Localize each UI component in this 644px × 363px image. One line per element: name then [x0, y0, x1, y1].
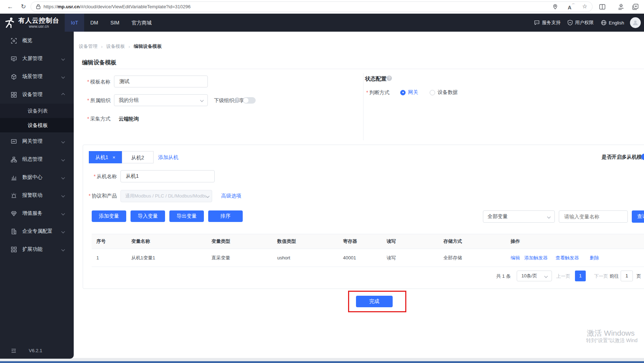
sidebar-item-configuration[interactable]: 组态管理 — [0, 150, 74, 168]
org-chart-icon — [11, 156, 17, 163]
help-icon[interactable]: ? — [387, 76, 392, 81]
read-aloud-icon[interactable]: A⌒ — [568, 3, 576, 10]
variable-filter-select[interactable]: 全部变量 — [483, 210, 555, 223]
sidebar-item-alarm[interactable]: 报警联动 — [0, 186, 74, 204]
sidebar-item-label: 概览 — [22, 37, 32, 44]
sidebar-item-device[interactable]: 设备管理 — [0, 86, 74, 104]
advanced-options-link[interactable]: 高级选项 — [221, 193, 241, 199]
browser-back-button[interactable]: ← — [7, 3, 13, 11]
favorite-star-icon[interactable]: ☆ — [582, 3, 587, 10]
export-variable-button[interactable]: 导出变量 — [169, 210, 204, 222]
sidebar-item-datacenter[interactable]: 数据中心 — [0, 168, 74, 186]
lock-icon — [36, 4, 41, 9]
sidebar-item-bigscreen[interactable]: 大屏管理 — [0, 50, 74, 68]
browser-refresh-button[interactable]: ↻ — [21, 3, 26, 11]
title-divider — [82, 69, 644, 69]
chevron-down-icon — [61, 194, 65, 198]
sidebar-item-device-list[interactable]: 设备列表 — [0, 104, 74, 118]
breadcrumb-device-management[interactable]: 设备管理 — [79, 43, 97, 50]
sidebar-item-label: 网关管理 — [22, 138, 42, 145]
tab-slave1[interactable]: 从机1 × — [89, 151, 122, 163]
nav-tab-mall[interactable]: 官方商城 — [125, 14, 158, 32]
app-header: 有人云控制台 www.usr.cn IoT DM SIM 官方商城 服务支持 用… — [0, 14, 644, 32]
sort-button[interactable]: 排序 — [208, 210, 243, 222]
collections-icon[interactable] — [632, 4, 639, 10]
close-icon[interactable]: × — [113, 155, 115, 160]
sidebar-item-scene[interactable]: 场景管理 — [0, 68, 74, 86]
add-variable-button[interactable]: 添加变量 — [92, 210, 126, 222]
breadcrumb: 设备管理 › 设备模板 › 编辑设备模板 — [79, 43, 162, 50]
user-permission[interactable]: 用户权限 — [567, 14, 594, 32]
table-row: 1 从机1变量1 直采变量 ushort 40001 读写 全部存储 编辑 添加… — [92, 249, 644, 267]
add-trigger-link[interactable]: 添加触发器 — [524, 249, 548, 267]
view-trigger-link[interactable]: 查看触发器 — [556, 249, 579, 267]
delete-link[interactable]: 删除 — [590, 249, 599, 267]
radio-gateway[interactable]: 网关 — [400, 89, 418, 96]
collapse-sidebar-icon[interactable] — [11, 348, 17, 354]
sub-org-share-toggle[interactable] — [243, 97, 256, 104]
favorites-bar-icon[interactable] — [618, 4, 624, 10]
language-switch[interactable]: English — [601, 14, 624, 32]
goto-page-input[interactable] — [621, 271, 633, 281]
organization-text: 所属组织 — [90, 97, 110, 103]
protocol-value: 通用Modbus / PLC / DL/Modbus/Modbus R1 — [125, 193, 207, 199]
sidebar-item-extensions[interactable]: 扩展功能 — [0, 240, 74, 258]
split-screen-icon[interactable] — [599, 4, 606, 10]
url-text: https://mp.usr.cn/#/cloud/device/ViewEdi… — [44, 4, 191, 9]
search-button[interactable]: 查询 — [632, 210, 644, 223]
taskbar-edge — [0, 361, 644, 363]
chevron-down-icon — [547, 215, 551, 218]
prev-page-button[interactable]: 上一页 — [556, 273, 570, 280]
sidebar-item-device-template[interactable]: 设备模板 — [0, 118, 74, 132]
location-pin-icon[interactable] — [552, 4, 558, 10]
page-number-1[interactable]: 1 — [575, 271, 586, 281]
page-size-value: 10条/页 — [521, 273, 537, 279]
multi-slave-mode-label: 是否开启多从机模式 — [602, 154, 644, 160]
nav-tab-iot[interactable]: IoT — [65, 14, 84, 32]
template-name-input[interactable] — [114, 76, 208, 87]
gem-icon — [11, 210, 17, 217]
add-slave-link[interactable]: 添加从机 — [158, 154, 178, 161]
app-logo[interactable]: 有人云控制台 www.usr.cn — [4, 14, 59, 32]
sidebar-item-gateway[interactable]: 网关管理 — [0, 132, 74, 150]
breadcrumb-separator: › — [101, 44, 102, 49]
globe-icon — [601, 20, 607, 26]
help-icon[interactable]: ? — [234, 97, 240, 103]
judge-mode-text: 判断方式 — [369, 90, 389, 95]
cell-register: 40001 — [343, 249, 356, 267]
done-button[interactable]: 完成 — [356, 296, 393, 307]
import-variable-button[interactable]: 导入变量 — [131, 210, 165, 222]
tab-slave2[interactable]: 从机2 — [122, 151, 154, 163]
breadcrumb-current: 编辑设备模板 — [134, 43, 162, 50]
cell-data-type: ushort — [277, 249, 290, 267]
url-host: mp.usr.cn — [58, 4, 79, 9]
nav-tab-dm[interactable]: DM — [84, 14, 104, 32]
radio-device-data[interactable]: 设备数据 — [430, 89, 458, 96]
next-page-button[interactable]: 下一页 — [594, 273, 608, 280]
page-size-select[interactable]: 10条/页 — [517, 271, 552, 281]
cell-name: 从机1变量1 — [131, 249, 155, 267]
radio-gateway-label: 网关 — [408, 89, 418, 96]
windows-activation-watermark: 激活 Windows — [587, 328, 635, 338]
slave-name-input[interactable] — [120, 170, 215, 182]
collect-mode-value: 云端轮询 — [119, 116, 139, 122]
col-register: 寄存器 — [343, 234, 357, 249]
breadcrumb-device-template[interactable]: 设备模板 — [106, 43, 125, 50]
edit-link[interactable]: 编辑 — [511, 249, 520, 267]
variable-table-header: 序号 变量名称 变量类型 数值类型 寄存器 读写 存储方式 操作 — [92, 234, 644, 249]
chevron-down-icon — [61, 248, 65, 251]
usr-person-logo-icon — [4, 17, 16, 29]
nav-tab-sim[interactable]: SIM — [104, 14, 125, 32]
user-avatar[interactable] — [630, 17, 641, 28]
status-config-title: 状态配置 — [365, 76, 387, 82]
variable-search-input[interactable] — [559, 210, 628, 223]
sidebar-item-valueadded[interactable]: 增值服务 — [0, 204, 74, 222]
service-support[interactable]: 服务支持 — [534, 14, 561, 32]
sidebar-item-overview[interactable]: 概览 — [0, 32, 74, 50]
sidebar-item-enterprise[interactable]: 企业专属配置 — [0, 222, 74, 240]
cell-var-type: 直采变量 — [211, 249, 230, 267]
address-bar[interactable]: https://mp.usr.cn/#/cloud/device/ViewEdi… — [31, 1, 593, 12]
browser-toolbar: ← ↻ https://mp.usr.cn/#/cloud/device/Vie… — [0, 0, 644, 14]
organization-select[interactable]: 我的分组 — [114, 94, 208, 106]
breadcrumb-separator: › — [128, 44, 130, 49]
